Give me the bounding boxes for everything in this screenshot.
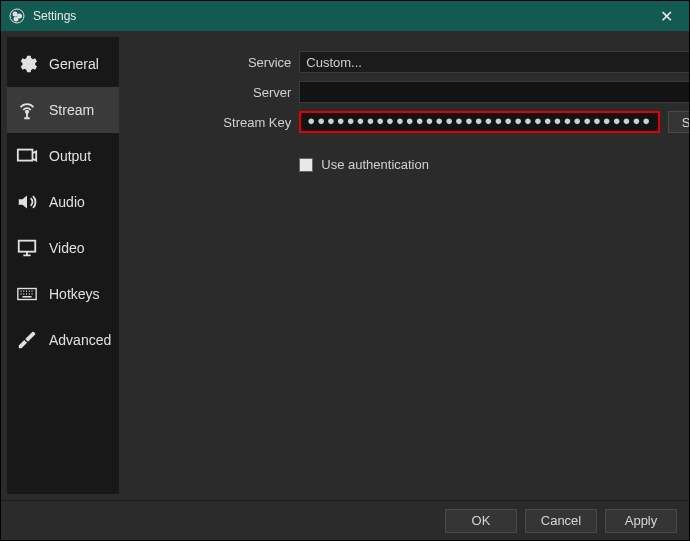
svg-point-3	[14, 17, 19, 22]
server-input[interactable]	[299, 81, 690, 103]
sidebar-item-hotkeys[interactable]: Hotkeys	[7, 271, 119, 317]
main-panel: Service Custom... ▲▼ Server Stream Key ●…	[119, 37, 690, 494]
content-area: General Stream Output Audio Video	[1, 31, 689, 500]
sidebar-item-general[interactable]: General	[7, 41, 119, 87]
ok-button[interactable]: OK	[445, 509, 517, 533]
service-value: Custom...	[306, 55, 362, 70]
svg-point-1	[13, 12, 18, 17]
row-service: Service Custom... ▲▼	[119, 51, 690, 73]
svg-rect-6	[19, 241, 36, 252]
sidebar-item-audio[interactable]: Audio	[7, 179, 119, 225]
service-dropdown[interactable]: Custom... ▲▼	[299, 51, 690, 73]
monitor-icon	[15, 236, 39, 260]
auth-checkbox[interactable]	[299, 158, 313, 172]
sidebar-item-video[interactable]: Video	[7, 225, 119, 271]
sidebar: General Stream Output Audio Video	[7, 37, 119, 494]
svg-rect-5	[18, 150, 33, 161]
app-icon	[9, 8, 25, 24]
auth-label: Use authentication	[321, 157, 429, 172]
output-icon	[15, 144, 39, 168]
sidebar-item-label: Audio	[49, 194, 85, 210]
sidebar-item-stream[interactable]: Stream	[7, 87, 119, 133]
sidebar-item-label: Video	[49, 240, 85, 256]
gear-icon	[15, 52, 39, 76]
sidebar-item-output[interactable]: Output	[7, 133, 119, 179]
show-button[interactable]: Show	[668, 111, 690, 133]
row-auth[interactable]: Use authentication	[299, 157, 690, 172]
window-title: Settings	[33, 9, 651, 23]
row-server: Server	[119, 81, 690, 103]
row-stream-key: Stream Key ●●●●●●●●●●●●●●●●●●●●●●●●●●●●●…	[119, 111, 690, 133]
sidebar-item-advanced[interactable]: Advanced	[7, 317, 119, 363]
antenna-icon	[15, 98, 39, 122]
titlebar: Settings ✕	[1, 1, 689, 31]
server-label: Server	[119, 85, 299, 100]
stream-key-label: Stream Key	[119, 115, 299, 130]
sidebar-item-label: Hotkeys	[49, 286, 100, 302]
sidebar-item-label: General	[49, 56, 99, 72]
speaker-icon	[15, 190, 39, 214]
service-label: Service	[119, 55, 299, 70]
cancel-button[interactable]: Cancel	[525, 509, 597, 533]
keyboard-icon	[15, 282, 39, 306]
footer: OK Cancel Apply	[1, 500, 689, 540]
tools-icon	[15, 328, 39, 352]
apply-button[interactable]: Apply	[605, 509, 677, 533]
stream-key-input[interactable]: ●●●●●●●●●●●●●●●●●●●●●●●●●●●●●●●●●●●	[299, 111, 660, 133]
sidebar-item-label: Advanced	[49, 332, 111, 348]
sidebar-item-label: Stream	[49, 102, 94, 118]
sidebar-item-label: Output	[49, 148, 91, 164]
close-icon[interactable]: ✕	[651, 7, 681, 26]
svg-point-4	[26, 111, 28, 113]
